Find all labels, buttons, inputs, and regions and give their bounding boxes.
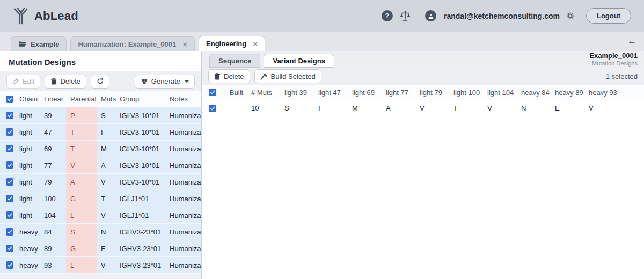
- row-checkbox[interactable]: [6, 145, 13, 152]
- row-checkbox[interactable]: [6, 128, 13, 136]
- main-tab-example[interactable]: Example: [11, 36, 67, 51]
- column-header-light-47[interactable]: light 47: [317, 89, 350, 97]
- table-row[interactable]: light47TIIGLV3-10*01Humanizati: [0, 124, 201, 141]
- mutation-designs-table: Chain Linear Parental Muts Group Notes l…: [0, 91, 201, 274]
- row-checkbox[interactable]: [209, 105, 216, 112]
- row-checkbox-cell: [0, 157, 19, 173]
- cell-muts: N: [97, 224, 116, 240]
- logout-button[interactable]: Logout: [586, 8, 631, 24]
- scale-icon[interactable]: [399, 10, 411, 22]
- row-checkbox[interactable]: [6, 112, 13, 119]
- column-header-heavy-84[interactable]: heavy 84: [519, 89, 553, 97]
- main-tab-strip: ExampleHumanization: Example_0001×Engine…: [0, 32, 644, 51]
- row-checkbox[interactable]: [6, 211, 13, 219]
- column-header-light-104[interactable]: light 104: [486, 89, 519, 97]
- hammer-icon: [260, 73, 268, 80]
- column-header-notes[interactable]: Notes: [168, 91, 201, 107]
- column-header-parental[interactable]: Parental: [66, 91, 97, 107]
- table-row[interactable]: light77VAIGLV3-10*01Humanizati: [0, 157, 201, 174]
- cell-notes: Humanizati: [168, 157, 201, 173]
- column-header-group[interactable]: Group: [116, 91, 168, 107]
- refresh-button[interactable]: [91, 75, 109, 89]
- variant-designs-table: Built# Mutslight 39light 47light 69light…: [202, 85, 644, 116]
- tab-sequence[interactable]: Sequence: [209, 54, 260, 68]
- engineering-panel: Sequence Variant Designs Example_0001 Mu…: [202, 51, 644, 279]
- cell-linear: 93: [44, 257, 66, 273]
- select-all-checkbox[interactable]: [209, 89, 216, 96]
- cell-linear: 84: [44, 224, 66, 240]
- column-header-light-39[interactable]: light 39: [283, 89, 317, 97]
- cell-linear: 47: [44, 124, 66, 140]
- mutation-table-header: Chain Linear Parental Muts Group Notes: [0, 91, 201, 107]
- column-header-linear[interactable]: Linear: [44, 91, 66, 107]
- cell-group: IGHV3-23*01: [116, 240, 168, 256]
- cell-muts: T: [97, 190, 116, 207]
- variant-delete-button[interactable]: Delete: [208, 69, 250, 83]
- table-row[interactable]: light100GTIGLJ1*01Humanizati: [0, 190, 201, 207]
- column-header-light-69[interactable]: light 69: [350, 89, 384, 97]
- row-checkbox[interactable]: [6, 161, 13, 169]
- build-selected-button[interactable]: Build Selected: [254, 69, 321, 83]
- table-row[interactable]: light104LVIGLJ1*01Humanizati: [0, 207, 201, 224]
- cell-mutation: I: [317, 104, 350, 112]
- row-checkbox[interactable]: [6, 245, 13, 252]
- main-tab-humanization-example-0001[interactable]: Humanization: Example_0001×: [70, 36, 195, 51]
- cell-muts: V: [97, 257, 116, 273]
- row-checkbox[interactable]: [6, 228, 13, 236]
- mutation-designs-panel: Mutation Designs Edit Delete: [0, 51, 202, 279]
- tab-variant-designs[interactable]: Variant Designs: [264, 54, 334, 68]
- tab-variant-designs-label: Variant Designs: [273, 57, 325, 65]
- gear-icon[interactable]: [566, 12, 574, 20]
- column-header-light-79[interactable]: light 79: [418, 89, 452, 97]
- context-subtitle: Mutation Designs: [589, 60, 638, 67]
- delete-button-label: Delete: [60, 77, 80, 85]
- cell-chain: light: [19, 207, 44, 223]
- table-row[interactable]: light69TMIGLV3-10*01Humanizati: [0, 141, 201, 157]
- cell-notes: Humanizati: [168, 190, 201, 207]
- cell-mutation: N: [519, 104, 553, 112]
- column-header-heavy-89[interactable]: heavy 89: [553, 89, 587, 97]
- main-tab-engineering[interactable]: Engineering×: [199, 36, 265, 51]
- row-checkbox[interactable]: [6, 195, 13, 202]
- table-row[interactable]: light79AVIGLV3-10*01Humanizati: [0, 174, 201, 190]
- table-row[interactable]: heavy89GEIGHV3-23*01Humanizati: [0, 240, 201, 257]
- row-checkbox[interactable]: [6, 261, 13, 269]
- cell-mutation: V: [486, 104, 519, 112]
- close-icon[interactable]: ×: [253, 40, 258, 48]
- generate-button-label: Generate: [151, 77, 180, 85]
- generate-button[interactable]: Generate: [135, 75, 195, 89]
- cell-parental: V: [66, 157, 97, 173]
- cell-chain: light: [19, 190, 44, 207]
- main-tab-label: Example: [31, 40, 59, 48]
- table-row[interactable]: heavy93LVIGHV3-23*01Humanizati: [0, 257, 201, 274]
- cell-linear: 39: [44, 107, 66, 123]
- trash-icon: [50, 78, 57, 85]
- delete-button[interactable]: Delete: [45, 75, 86, 89]
- back-arrow-icon[interactable]: ←: [627, 36, 636, 46]
- table-row[interactable]: heavy84SNIGHV3-23*01Humanizati: [0, 224, 201, 240]
- cell-linear: 69: [44, 141, 66, 157]
- main-content: Mutation Designs Edit Delete: [0, 51, 644, 279]
- column-header--muts[interactable]: # Muts: [250, 89, 283, 97]
- column-header-heavy-93[interactable]: heavy 93: [587, 89, 621, 97]
- column-header-light-77[interactable]: light 77: [384, 89, 418, 97]
- row-checkbox-cell: [0, 174, 19, 190]
- cell-parental: G: [66, 190, 97, 207]
- cell-parental: L: [66, 257, 97, 273]
- antibody-logo-icon: [13, 7, 29, 25]
- column-header-built[interactable]: Built: [223, 89, 250, 97]
- cell-notes: Humanizati: [168, 224, 201, 240]
- close-icon[interactable]: ×: [182, 40, 187, 48]
- column-header-muts[interactable]: Muts: [97, 91, 116, 107]
- cell-chain: light: [19, 174, 44, 190]
- column-header-light-100[interactable]: light 100: [452, 89, 486, 97]
- table-row[interactable]: light39PSIGLV3-10*01Humanizati: [0, 107, 201, 124]
- cell-group: IGLV3-10*01: [116, 157, 168, 173]
- table-row[interactable]: 10SIMAVTVNEV: [202, 100, 644, 116]
- select-all-checkbox[interactable]: [6, 96, 13, 103]
- row-checkbox[interactable]: [6, 178, 13, 186]
- help-icon[interactable]: ?: [382, 10, 393, 21]
- edit-button[interactable]: Edit: [6, 75, 40, 89]
- cell-chain: light: [19, 124, 44, 140]
- column-header-chain[interactable]: Chain: [19, 91, 44, 107]
